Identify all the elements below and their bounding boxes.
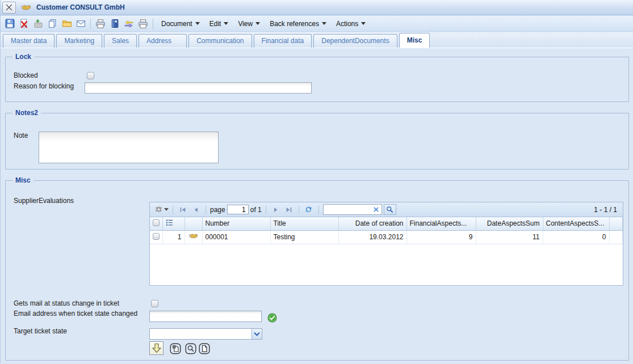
column-header-content-aspects[interactable]: ContentAspectsS... <box>543 217 609 230</box>
next-page-icon <box>272 206 280 214</box>
print-icon[interactable] <box>94 18 107 29</box>
gets-mail-label: Gets mail at status change in ticket <box>14 299 119 307</box>
supplier-evaluations-label: SupplierEvaluations <box>14 197 74 205</box>
search-icon <box>386 206 393 213</box>
row-icon-cell <box>185 230 202 244</box>
menu-actions-label: Actions <box>336 20 358 28</box>
journal-icon[interactable] <box>108 18 121 29</box>
paste-doc-icon <box>170 343 181 354</box>
select-all-checkbox[interactable] <box>153 219 160 226</box>
new-doc-icon <box>199 343 210 354</box>
chevron-down-icon <box>361 22 366 25</box>
column-header-title[interactable]: Title <box>270 217 338 230</box>
email-address-input[interactable] <box>149 311 262 322</box>
toolbar-separator <box>153 19 153 29</box>
chevron-down-icon <box>164 208 169 211</box>
grid-search-box <box>323 204 382 215</box>
note-textarea[interactable] <box>39 132 219 163</box>
clear-search-button[interactable] <box>371 206 382 213</box>
delete-icon[interactable] <box>18 18 30 29</box>
menu-actions[interactable]: Actions <box>332 18 371 30</box>
grid-settings-button[interactable] <box>154 205 169 215</box>
close-button[interactable] <box>2 2 16 14</box>
column-header-date-aspects-sum[interactable]: DateAspectsSum <box>476 217 543 230</box>
blocked-checkbox[interactable] <box>87 72 94 79</box>
close-icon <box>5 3 13 11</box>
last-page-button[interactable] <box>283 205 295 215</box>
select-all-header-cell <box>150 217 162 230</box>
clear-icon <box>373 206 379 213</box>
prev-page-icon <box>192 206 200 214</box>
tab-master-data[interactable]: Master data <box>3 34 55 48</box>
supplier-evaluations-grid: page of 1 <box>149 202 623 286</box>
row-select-cell <box>150 230 162 244</box>
cell-title: Testing <box>270 230 338 244</box>
first-page-icon <box>179 206 187 214</box>
table-row[interactable]: 1 000001 Testing 19.03.2012 9 11 0 <box>150 230 623 244</box>
misc-legend: Misc <box>12 176 33 184</box>
tab-financial-data[interactable]: Financial data <box>254 34 312 48</box>
reason-for-blocking-input[interactable] <box>85 82 312 94</box>
save-icon[interactable] <box>3 18 16 29</box>
import-icon[interactable] <box>32 18 44 29</box>
next-page-button[interactable] <box>270 205 282 215</box>
window-title: Customer CONSULT GmbH <box>36 3 125 11</box>
icon-header-cell <box>185 217 202 230</box>
reason-for-blocking-label: Reason for blocking <box>14 82 74 90</box>
print-preview-icon[interactable] <box>137 18 149 29</box>
pager-range-text: 1 - 1 / 1 <box>594 206 619 214</box>
pager-separator <box>266 205 266 214</box>
pager-separator <box>173 205 173 214</box>
search-button[interactable] <box>384 204 396 215</box>
take-over-button[interactable] <box>149 341 164 355</box>
copy-icon[interactable] <box>46 18 58 29</box>
grid-search-input[interactable] <box>324 206 371 214</box>
chevron-down-icon <box>254 332 260 337</box>
row-number-header-cell[interactable] <box>162 217 185 230</box>
column-header-financial-aspects[interactable]: FinancialAspects... <box>406 217 476 230</box>
gets-mail-checkbox[interactable] <box>151 300 158 307</box>
first-page-button[interactable] <box>177 205 188 215</box>
tab-dependent-documents[interactable]: DependentDocuments <box>313 34 397 48</box>
column-header-date-of-creation[interactable]: Date of creation <box>338 217 406 230</box>
target-ticket-state-label: Target ticket state <box>14 327 67 335</box>
tab-sales[interactable]: Sales <box>104 34 137 48</box>
page-number-input[interactable] <box>227 205 249 214</box>
tab-communication[interactable]: Communication <box>188 34 251 48</box>
tab-misc[interactable]: Misc <box>399 33 430 48</box>
pager-separator <box>206 205 206 214</box>
tab-marketing[interactable]: Marketing <box>56 34 102 48</box>
menu-view-label: View <box>238 20 253 28</box>
target-ticket-state-value <box>150 329 251 339</box>
cell-content-aspects-sum: 0 <box>543 230 609 244</box>
grid-pager: page of 1 <box>150 202 623 217</box>
row-checkbox[interactable] <box>153 233 160 240</box>
mail-icon[interactable] <box>74 18 87 29</box>
page-of-label: of 1 <box>250 206 262 214</box>
menu-view[interactable]: View <box>233 18 265 30</box>
row-number-cell: 1 <box>162 230 185 244</box>
note-label: Note <box>14 132 28 139</box>
cell-financial-aspects-sum: 9 <box>406 230 476 244</box>
swap-arrows-icon[interactable] <box>123 18 135 29</box>
new-document-button[interactable] <box>198 342 210 354</box>
target-ticket-state-select[interactable] <box>149 328 262 340</box>
email-address-label: Email address when ticket state changed <box>14 310 137 318</box>
menu-edit[interactable]: Edit <box>205 18 234 30</box>
paste-reference-button[interactable] <box>169 342 181 354</box>
tab-address[interactable]: Address <box>139 34 187 48</box>
pager-separator <box>318 205 319 214</box>
menu-document[interactable]: Document <box>157 18 205 30</box>
menu-back-references[interactable]: Back references <box>265 18 332 30</box>
menu-document-label: Document <box>161 20 192 28</box>
supplier-evaluations-table: Number Title Date of creation FinancialA… <box>150 217 623 244</box>
dropdown-button[interactable] <box>251 329 262 339</box>
refresh-button[interactable] <box>303 205 315 215</box>
column-header-number[interactable]: Number <box>202 217 270 230</box>
toolbar-separator <box>90 19 91 29</box>
pager-separator <box>299 205 299 214</box>
folder-icon[interactable] <box>60 18 73 29</box>
prev-page-button[interactable] <box>190 205 202 215</box>
filler-header-cell <box>609 217 623 230</box>
search-reference-button[interactable] <box>185 342 196 354</box>
